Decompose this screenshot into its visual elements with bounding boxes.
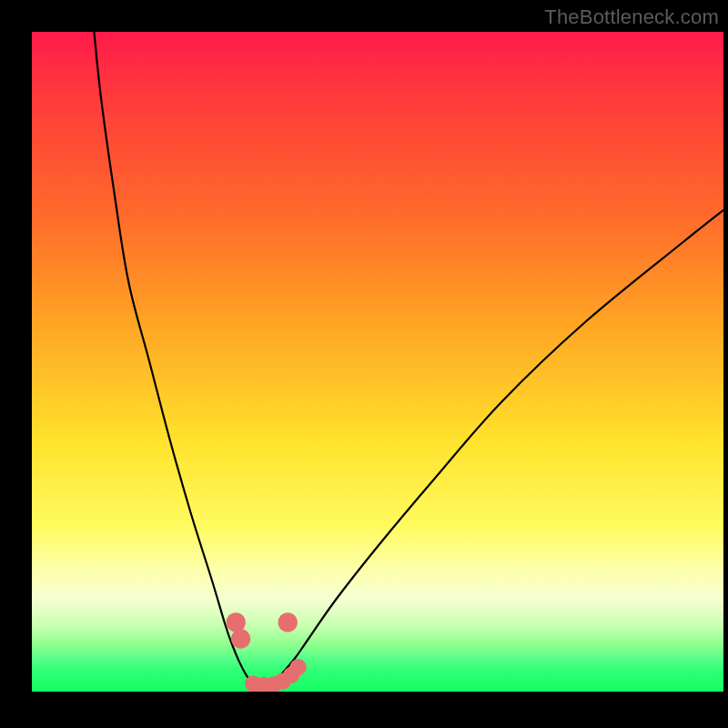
marker-left-pair-top [227,612,246,632]
marker-left-pair-bottom [231,629,250,648]
curves-group [94,32,723,687]
watermark-text: TheBottleneck.com [544,5,719,29]
marker-bottom-tail-6 [289,659,306,675]
chart-svg [32,32,723,692]
chart-stage: TheBottleneck.com [0,0,728,728]
markers-group [227,612,307,692]
curve-left-branch [94,32,253,685]
curve-right-branch [274,210,723,685]
plot-area [32,32,723,692]
marker-right-single [278,612,298,632]
